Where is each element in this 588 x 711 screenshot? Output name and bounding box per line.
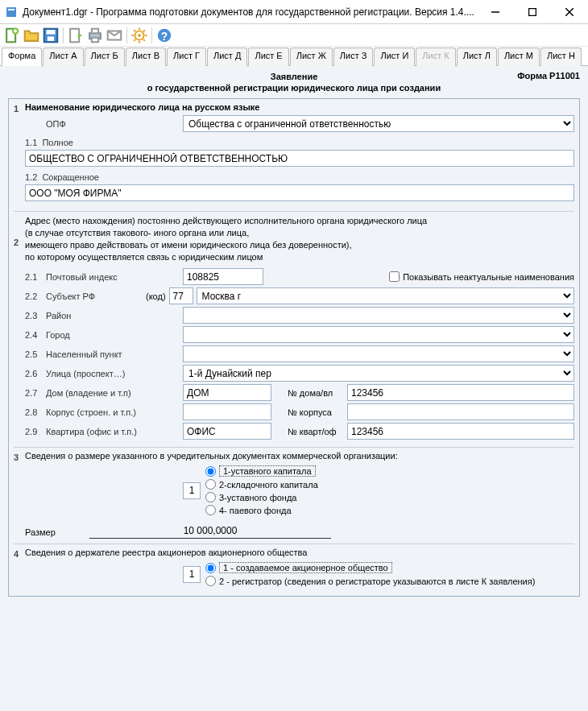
- locality-select[interactable]: [183, 345, 574, 362]
- svg-rect-1: [8, 9, 14, 10]
- mail-icon[interactable]: [106, 27, 123, 44]
- svg-line-24: [134, 30, 135, 31]
- section-2: 2 Адрес (место нахождения) постоянно дей…: [14, 211, 574, 442]
- region-select[interactable]: Москва г: [197, 287, 574, 304]
- tab-Лист К[interactable]: Лист К: [416, 48, 455, 66]
- window-title: Документ1.dgr - Программа подготовки док…: [23, 6, 477, 18]
- r29-label: Квартира (офис и т.п.): [46, 427, 183, 436]
- capital-radio-group: 1-уставного капитала2-складочного капита…: [205, 465, 318, 515]
- settings-icon[interactable]: [130, 27, 148, 44]
- city-select[interactable]: [183, 326, 574, 343]
- show-obsolete-checkbox[interactable]: Показывать неактуальные наименования: [389, 271, 574, 282]
- house-number-input[interactable]: [347, 384, 574, 401]
- r21-label: Почтовый индекс: [46, 272, 183, 282]
- region-code-input[interactable]: [169, 287, 193, 304]
- open-icon[interactable]: [23, 27, 40, 44]
- holder-code-box[interactable]: 1: [183, 566, 201, 583]
- separator: [63, 27, 64, 43]
- svg-rect-11: [47, 30, 56, 35]
- tab-Лист Д[interactable]: Лист Д: [207, 48, 247, 66]
- close-button[interactable]: [551, 0, 588, 24]
- tab-Лист В[interactable]: Лист В: [126, 48, 166, 66]
- full-num: 1.1: [25, 138, 37, 147]
- full-label: Полное: [42, 138, 73, 147]
- form-code: Форма Р11001: [517, 71, 580, 81]
- building-number-input[interactable]: [347, 403, 574, 420]
- capital-option[interactable]: 4- паевого фонда: [205, 505, 318, 515]
- tab-Лист Г[interactable]: Лист Г: [167, 48, 206, 66]
- svg-line-25: [143, 39, 145, 40]
- title-bar: Документ1.dgr - Программа подготовки док…: [0, 0, 588, 24]
- capital-option[interactable]: 1-уставного капитала: [205, 465, 318, 477]
- section-1: 1 Наименование юридического лица на русс…: [14, 102, 574, 206]
- tab-Лист З[interactable]: Лист З: [333, 48, 374, 66]
- maximize-button[interactable]: [514, 0, 551, 24]
- holder-radio-group: 1 - создаваемое акционерное общество2 - …: [205, 562, 535, 586]
- short-num: 1.2: [25, 172, 37, 182]
- flat-number-input[interactable]: [347, 423, 574, 440]
- save-icon[interactable]: [42, 27, 60, 44]
- tab-bar: ФормаЛист АЛист БЛист ВЛист ГЛист ДЛист …: [0, 47, 588, 66]
- r26-label: Улица (проспект…): [46, 369, 183, 378]
- minimize-button[interactable]: [477, 0, 514, 24]
- street-select[interactable]: 1-й Дунайский пер: [183, 365, 574, 382]
- svg-rect-3: [529, 8, 536, 15]
- flat-type-input[interactable]: [183, 423, 271, 440]
- form-box: 1 Наименование юридического лица на русс…: [8, 98, 580, 597]
- district-select[interactable]: [183, 307, 574, 324]
- r21-num: 2.1: [25, 272, 46, 282]
- section-4: 4 Сведения о держателе реестра акционеро…: [14, 544, 574, 588]
- print-icon[interactable]: [86, 27, 104, 44]
- tab-Лист М[interactable]: Лист М: [498, 48, 540, 66]
- new-icon[interactable]: [3, 27, 21, 44]
- tab-Лист И[interactable]: Лист И: [374, 48, 415, 66]
- svg-rect-12: [48, 36, 54, 41]
- capital-option[interactable]: 3-уставного фонда: [205, 492, 318, 502]
- house-type-input[interactable]: [183, 384, 271, 401]
- opf-label: ОПФ: [46, 119, 183, 129]
- holder-option[interactable]: 1 - создаваемое акционерное общество: [205, 562, 535, 573]
- section-number: 2: [14, 215, 25, 247]
- help-icon[interactable]: ?: [155, 27, 173, 44]
- form-panel: Заявление о государственной регистрации …: [0, 66, 588, 711]
- r24-num: 2.4: [25, 330, 46, 340]
- svg-point-19: [138, 33, 141, 36]
- tab-Лист Л[interactable]: Лист Л: [457, 48, 497, 66]
- capital-code-box[interactable]: 1: [183, 482, 201, 499]
- separator: [151, 27, 152, 43]
- svg-text:?: ?: [161, 30, 168, 42]
- tab-Лист Н[interactable]: Лист Н: [540, 48, 582, 66]
- capital-option[interactable]: 2-складочного капитала: [205, 479, 318, 490]
- size-label: Размер: [25, 527, 89, 537]
- r25-num: 2.5: [25, 349, 46, 359]
- r27-num: 2.7: [25, 388, 46, 398]
- tab-Лист Е[interactable]: Лист Е: [248, 48, 288, 66]
- tab-Лист Ж[interactable]: Лист Ж: [290, 48, 333, 66]
- svg-rect-16: [92, 37, 98, 42]
- header-line2: о государственной регистрации юридическо…: [147, 83, 441, 93]
- opf-select[interactable]: Общества с ограниченной ответственностью: [183, 115, 574, 132]
- tab-Форма[interactable]: Форма: [2, 48, 42, 66]
- app-icon: [5, 6, 18, 19]
- section-3: 3 Сведения о размере указанного в учреди…: [14, 447, 574, 539]
- short-label: Сокращенное: [42, 172, 99, 182]
- sec2-para: Адрес (место нахождения) постоянно дейст…: [25, 215, 574, 263]
- r22-code-label: (код): [146, 291, 166, 301]
- building-type-input[interactable]: [183, 403, 271, 420]
- r24-label: Город: [46, 330, 183, 340]
- r23-label: Район: [46, 311, 183, 320]
- r26-num: 2.6: [25, 369, 46, 378]
- short-name-input[interactable]: [25, 184, 574, 201]
- size-value[interactable]: 10 000,0000: [89, 525, 331, 539]
- r29-num: 2.9: [25, 427, 46, 436]
- export-icon[interactable]: [67, 27, 85, 44]
- tab-Лист Б[interactable]: Лист Б: [85, 48, 125, 66]
- holder-option[interactable]: 2 - регистратор (сведения о регистраторе…: [205, 576, 535, 586]
- postal-code-input[interactable]: [183, 268, 263, 285]
- svg-rect-0: [6, 7, 16, 17]
- r29-num-label: № кварт/оф: [288, 427, 344, 436]
- full-name-input[interactable]: [25, 150, 574, 167]
- r27-label: Дом (владение и т.п): [46, 388, 183, 398]
- section-number: 1: [14, 102, 25, 114]
- tab-Лист А[interactable]: Лист А: [43, 48, 83, 66]
